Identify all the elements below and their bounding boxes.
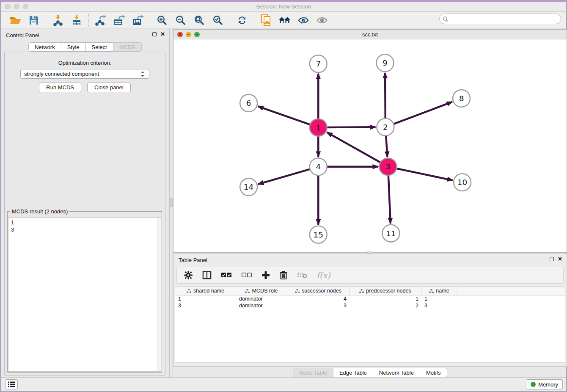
node-11[interactable]: 11 (382, 225, 399, 242)
show-all-icon[interactable] (316, 14, 328, 27)
table-panel: Table Panel ✕ (173, 254, 567, 367)
edge-3-1[interactable] (327, 133, 388, 167)
memory-status-icon (531, 382, 536, 387)
column-header-predecessor-nodes[interactable]: predecessor nodes (350, 287, 421, 295)
select-all-icon[interactable] (221, 272, 232, 278)
close-panel-button[interactable]: Close panel (87, 83, 131, 92)
search-input[interactable] (449, 15, 561, 23)
svg-text:14: 14 (244, 182, 253, 191)
list-icon (8, 381, 15, 388)
node-4[interactable]: 4 (310, 158, 327, 175)
node-10[interactable]: 10 (454, 174, 471, 191)
cell-shared-name: 3 (175, 302, 236, 309)
float-table-panel-icon[interactable] (550, 257, 554, 261)
network-view-titlebar: ✕ − + scc.txt (173, 30, 567, 39)
svg-text:1: 1 (316, 123, 321, 132)
node-2[interactable]: 2 (377, 119, 394, 136)
column-label: name (436, 288, 449, 294)
table-tab-node-table[interactable]: Node Table (293, 368, 333, 377)
panel-splitter[interactable] (169, 28, 173, 377)
add-column-icon[interactable] (261, 271, 270, 279)
svg-text:10: 10 (457, 178, 467, 187)
control-panel: Control Panel ✕ NetworkStyleSelectMCDS O… (1, 28, 169, 377)
export-table-icon[interactable] (113, 14, 126, 27)
table-header-row: shared nameMCDS rolesuccessor nodesprede… (175, 287, 565, 295)
refresh-icon[interactable] (236, 14, 248, 27)
column-header-mcds-role[interactable]: MCDS role (236, 287, 287, 295)
first-neighbors-icon[interactable] (278, 14, 291, 27)
memory-label: Memory (538, 381, 558, 388)
deselect-all-icon[interactable] (241, 272, 252, 278)
select-stepper-icon (140, 71, 146, 77)
import-network-icon[interactable] (52, 14, 64, 27)
column-header-shared-name[interactable]: shared name (175, 287, 236, 295)
float-panel-icon[interactable] (152, 32, 157, 36)
svg-text:15: 15 (314, 230, 323, 239)
table-tab-network-table[interactable]: Network Table (373, 368, 420, 377)
table-row[interactable]: 1dominator411 (175, 295, 565, 302)
cell-name: 1 (421, 295, 457, 302)
table-tab-motifs[interactable]: Motifs (420, 368, 447, 377)
gear-icon[interactable] (184, 271, 193, 280)
network-from-selection-icon[interactable] (260, 14, 272, 27)
zoom-out-icon[interactable] (174, 14, 187, 27)
node-15[interactable]: 15 (310, 226, 327, 243)
export-image-icon[interactable] (132, 14, 144, 27)
zoom-selected-icon[interactable] (212, 14, 224, 27)
open-icon[interactable] (9, 14, 22, 27)
import-table-icon[interactable] (70, 14, 83, 27)
save-icon[interactable] (28, 14, 40, 27)
function-builder-icon: f(x) (317, 271, 330, 280)
column-label: predecessor nodes (366, 288, 411, 294)
network-graph[interactable]: 7968124314101511 (173, 39, 567, 252)
table-panel-title: Table Panel (179, 257, 207, 263)
node-6[interactable]: 6 (240, 94, 257, 112)
delete-column-icon[interactable] (279, 271, 288, 280)
node-8[interactable]: 8 (453, 90, 470, 107)
edge-3-10[interactable] (388, 167, 453, 180)
criterion-select[interactable]: strongly connected component (20, 69, 149, 79)
table-body: 1dominator4113dominator323 (175, 295, 565, 309)
export-network-icon[interactable] (94, 14, 107, 27)
node-7[interactable]: 7 (310, 55, 327, 72)
hide-selected-icon[interactable] (297, 14, 310, 27)
run-mcds-button[interactable]: Run MCDS (39, 83, 81, 92)
tab-style[interactable]: Style (61, 42, 86, 52)
window-title: Session: New Session (1, 3, 566, 10)
node-1[interactable]: 1 (310, 119, 327, 136)
scrollbar[interactable] (157, 218, 161, 371)
node-14[interactable]: 14 (240, 178, 257, 196)
edge-4-14[interactable] (258, 167, 318, 184)
svg-text:3: 3 (385, 162, 391, 171)
column-view-icon[interactable] (202, 271, 212, 280)
edge-2-8[interactable] (385, 102, 452, 127)
tab-network[interactable]: Network (28, 42, 61, 52)
zoom-fit-icon[interactable] (193, 14, 206, 27)
edge-1-6[interactable] (258, 106, 319, 127)
column-label: MCDS role (252, 288, 278, 294)
control-panel-tabs: NetworkStyleSelectMCDS (1, 42, 169, 52)
table-tab-edge-table[interactable]: Edge Table (333, 368, 373, 377)
cell-successor-nodes: 3 (287, 302, 350, 309)
optimization-criterion-label: Optimization criterion: (5, 60, 165, 66)
column-header-successor-nodes[interactable]: successor nodes (287, 287, 350, 295)
close-panel-icon[interactable]: ✕ (160, 32, 165, 36)
tab-select[interactable]: Select (86, 42, 113, 52)
task-history-button[interactable] (5, 379, 18, 389)
memory-button[interactable]: Memory (526, 379, 563, 389)
splitter-grip[interactable] (170, 198, 173, 207)
control-panel-title: Control Panel (6, 32, 39, 39)
zoom-in-icon[interactable] (156, 14, 168, 27)
mcds-result-list[interactable]: 13 (8, 217, 161, 372)
column-header-name[interactable]: name (421, 287, 457, 295)
table-row[interactable]: 3dominator323 (175, 302, 565, 309)
result-item: 3 (11, 226, 161, 233)
tab-mcds[interactable]: MCDS (113, 42, 142, 52)
close-table-panel-icon[interactable]: ✕ (558, 257, 562, 261)
node-9[interactable]: 9 (376, 54, 394, 72)
mcds-result-title: MCDS result (2 nodes) (10, 208, 69, 215)
mcds-panel: Optimization criterion: strongly connect… (4, 52, 165, 375)
network-canvas[interactable]: 7968124314101511 (173, 39, 567, 252)
node-3[interactable]: 3 (379, 158, 396, 175)
search-icon (443, 16, 449, 22)
